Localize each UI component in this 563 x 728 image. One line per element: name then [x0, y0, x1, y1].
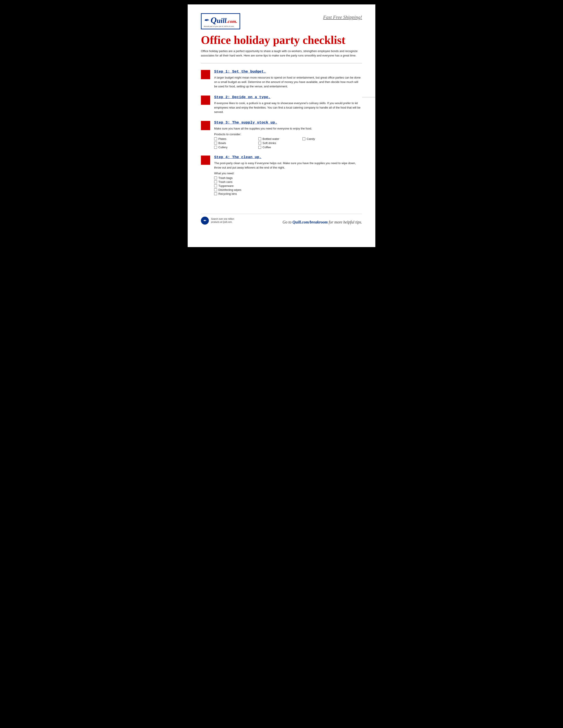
- candy-label: Candy: [307, 137, 315, 141]
- cleanup-disinfecting-wipes: Disinfecting wipes: [214, 188, 362, 191]
- cutlery-label: Cutlery: [218, 146, 227, 149]
- plates-label: Plates: [218, 137, 226, 141]
- soft-drinks-checkbox[interactable]: [258, 142, 261, 144]
- tupperware-label: Tupperware: [218, 184, 233, 188]
- cleanup-list: Trash bags Trash cans Tupperware Disinfe…: [214, 176, 362, 195]
- footer: ✒ Search over one million products at Qu…: [201, 214, 362, 225]
- page-title: Office holiday party checklist: [201, 34, 362, 46]
- product-soft-drinks: Soft drinks: [258, 141, 303, 145]
- trash-cans-checkbox[interactable]: [214, 180, 217, 183]
- header: ✒ Quill.com. Asmall part of your job & 1…: [201, 13, 362, 29]
- footer-search-line1: Search over one million: [211, 218, 234, 220]
- product-coffee: Coffee: [258, 146, 303, 149]
- product-plates: Plates: [214, 137, 258, 141]
- logo-quill: Quill.com.: [211, 17, 237, 24]
- products-label: Products to consider:: [214, 133, 362, 136]
- footer-logo-icon: ✒: [201, 217, 209, 225]
- water-checkbox[interactable]: [258, 137, 261, 140]
- logo-text: Quill.com.: [211, 15, 237, 25]
- wipes-label: Disinfecting wipes: [218, 188, 241, 191]
- cleanup-trash-cans: Trash cans: [214, 180, 362, 184]
- bowls-checkbox[interactable]: [214, 142, 217, 144]
- footer-search-line2: products at Quill.com.: [211, 221, 232, 223]
- step3-checkbox[interactable]: [201, 121, 210, 130]
- product-cutlery: Cutlery: [214, 146, 258, 149]
- step4-content: Step 4: The clean up. The post-party cle…: [214, 155, 362, 196]
- step3-title: Step 3: The supply stock up.: [214, 120, 362, 125]
- step4-checkbox[interactable]: [201, 156, 210, 165]
- recycling-checkbox[interactable]: [214, 192, 217, 195]
- product-bottled-water: Bottled water: [258, 137, 303, 141]
- step3-content: Step 3: The supply stock up. Make sure y…: [214, 120, 362, 149]
- footer-left: ✒ Search over one million products at Qu…: [201, 217, 234, 225]
- recycling-label: Recycling bins: [218, 192, 237, 195]
- intro-text: Office holiday parties are a perfect opp…: [201, 49, 360, 58]
- logo-tagline: Asmall part of your job & 100% of ours.: [204, 25, 237, 27]
- footer-cta: Go to Quill.com/breakroom for more helpf…: [283, 220, 362, 225]
- feather-icon: ✒: [204, 17, 209, 24]
- logo-container: ✒ Quill.com. Asmall part of your job & 1…: [201, 13, 241, 29]
- step2-body: If everyone likes to cook, a potluck is …: [214, 101, 362, 114]
- product-empty1: [303, 141, 347, 145]
- candy-checkbox[interactable]: [303, 137, 305, 140]
- shipping-badge: Fast Free Shipping!: [323, 13, 362, 20]
- bowls-label: Bowls: [218, 141, 226, 145]
- what-you-need-label: What you need:: [214, 172, 362, 175]
- step2-content: Step 2: Decide on a type. If everyone li…: [214, 95, 362, 114]
- step3-section: Step 3: The supply stock up. Make sure y…: [201, 120, 362, 149]
- step3-body: Make sure you have all the supplies you …: [214, 126, 362, 131]
- products-grid: Plates Bottled water Candy Bowls So: [214, 137, 362, 149]
- step1-checkbox[interactable]: [201, 70, 210, 79]
- product-bowls: Bowls: [214, 141, 258, 145]
- soft-drinks-label: Soft drinks: [262, 141, 276, 145]
- step4-section: Step 4: The clean up. The post-party cle…: [201, 155, 362, 196]
- footer-cta-link[interactable]: Quill.com/breakroom: [293, 220, 328, 224]
- step1-body: A larger budget might mean more resource…: [214, 75, 362, 89]
- step4-title: Step 4: The clean up.: [214, 155, 362, 159]
- trash-bags-label: Trash bags: [218, 176, 233, 180]
- coffee-checkbox[interactable]: [258, 146, 261, 149]
- trash-cans-label: Trash cans: [218, 180, 232, 184]
- cleanup-trash-bags: Trash bags: [214, 176, 362, 180]
- logo-box: ✒ Quill.com. Asmall part of your job & 1…: [201, 13, 240, 29]
- footer-cta-suffix: for more helpful tips.: [328, 220, 362, 224]
- footer-cta-text: Go to: [283, 220, 293, 224]
- tupperware-checkbox[interactable]: [214, 184, 217, 187]
- trash-bags-checkbox[interactable]: [214, 176, 217, 179]
- step2-section: Step 2: Decide on a type. If everyone li…: [201, 95, 362, 114]
- cutlery-checkbox[interactable]: [214, 146, 217, 149]
- footer-search-text: Search over one million products at Quil…: [211, 218, 234, 224]
- step1-section: Step 1: Set the budget. A larger budget …: [201, 69, 362, 89]
- divider: [201, 63, 362, 63]
- coffee-label: Coffee: [262, 146, 271, 149]
- water-label: Bottled water: [262, 137, 279, 141]
- page: ✒ Quill.com. Asmall part of your job & 1…: [188, 4, 375, 247]
- product-candy: Candy: [303, 137, 347, 141]
- cleanup-recycling-bins: Recycling bins: [214, 192, 362, 195]
- step2-title: Step 2: Decide on a type.: [214, 95, 362, 99]
- feather-small-icon: ✒: [203, 218, 207, 223]
- cleanup-tupperware: Tupperware: [214, 184, 362, 188]
- step1-title: Step 1: Set the budget.: [214, 69, 362, 74]
- step4-body: The post-party clean up is easy if every…: [214, 161, 362, 170]
- step1-content: Step 1: Set the budget. A larger budget …: [214, 69, 362, 89]
- product-empty2: [303, 146, 347, 149]
- plates-checkbox[interactable]: [214, 137, 217, 140]
- wipes-checkbox[interactable]: [214, 188, 217, 191]
- step2-checkbox[interactable]: [201, 96, 210, 105]
